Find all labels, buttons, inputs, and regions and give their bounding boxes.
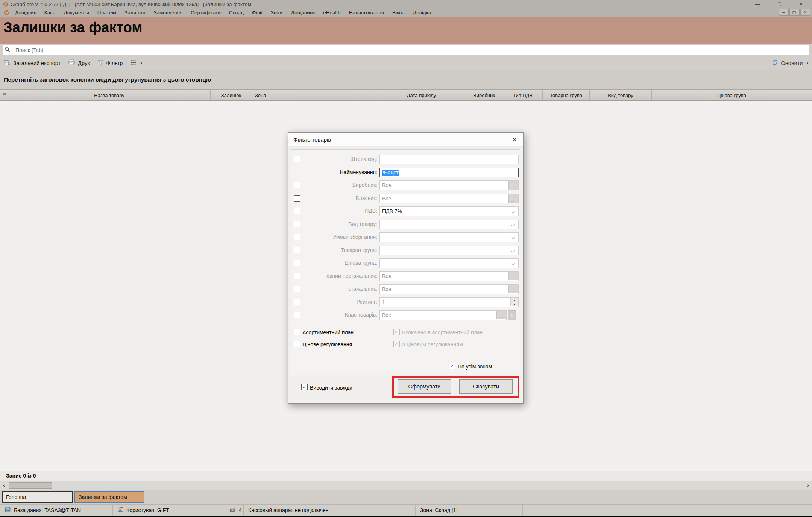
filter-button[interactable]: Фільтр: [94, 58, 127, 68]
columns-menu-button[interactable]: ▾: [126, 58, 146, 68]
export-button[interactable]: Загальний експорт: [0, 58, 64, 68]
refresh-chevron-down-icon: ▾: [806, 61, 808, 65]
tabs-bar: Головна Залишки за фактом: [0, 490, 812, 504]
column-header-zalyshok[interactable]: Залишок: [211, 90, 252, 100]
storage-label: Умови зберігання:: [299, 234, 377, 240]
menu-item-vikna[interactable]: Вікна: [388, 8, 409, 17]
menu-item-ehealth[interactable]: eHealth: [319, 8, 345, 17]
menu-item-dovidnyk[interactable]: Довідник: [11, 8, 40, 17]
menu-item-dovidka[interactable]: Довідка: [409, 8, 436, 17]
dialog-title-bar: Фільтр товарів ×: [288, 133, 523, 147]
devices-icon: [229, 507, 236, 514]
mdi-restore-button[interactable]: [789, 9, 800, 16]
generate-button[interactable]: Сформувати: [398, 379, 451, 394]
rating-up-arrow[interactable]: ▲: [510, 298, 518, 302]
close-button[interactable]: ×: [790, 0, 812, 8]
refresh-button[interactable]: Оновити ▾: [771, 59, 812, 67]
scrollbar-thumb[interactable]: [9, 482, 52, 489]
menu-bar: ДовідникКасаДокументиПлатежіЗалишкиЗамов…: [0, 8, 812, 17]
menu-item-platezhi[interactable]: Платежі: [93, 8, 120, 17]
product-kind-combo[interactable]: [379, 220, 519, 229]
mdi-minimize-button[interactable]: –: [779, 9, 789, 16]
menu-item-zalyshky[interactable]: Залишки: [120, 8, 149, 17]
all-zones-checkbox[interactable]: [449, 363, 455, 369]
product-class-clear-button[interactable]: X: [508, 310, 516, 320]
menu-item-zamovlennia[interactable]: Замовлення: [149, 8, 187, 17]
manufacturer-lookup[interactable]: Все …: [379, 180, 519, 190]
menu-item-kasa[interactable]: Каса: [40, 8, 60, 17]
supplier-browse-button[interactable]: …: [508, 285, 518, 293]
product-group-label: Товарна група:: [299, 247, 377, 253]
column-header-vyd-tovaru[interactable]: Вид товару: [590, 90, 652, 100]
scroll-right-arrow[interactable]: ›: [804, 481, 811, 490]
mdi-close-button[interactable]: ×: [800, 9, 810, 16]
menu-item-zvity[interactable]: Звіти: [267, 8, 287, 17]
print-button[interactable]: Друк: [64, 58, 93, 68]
product-group-combo[interactable]: [379, 246, 519, 255]
owner-lookup[interactable]: Все …: [379, 194, 519, 203]
always-show-checkbox[interactable]: [301, 384, 308, 390]
tab-home[interactable]: Головна: [2, 491, 73, 503]
column-header-nazva-tovaru[interactable]: Назва товару: [8, 90, 211, 100]
refresh-icon: [771, 59, 779, 67]
with-price-regulation-label: З ціновим регулюванням: [402, 341, 463, 347]
minimize-button[interactable]: [747, 0, 768, 8]
menu-item-filii[interactable]: Філії: [248, 8, 267, 17]
column-header-zona[interactable]: Зона: [252, 90, 378, 100]
rating-down-arrow[interactable]: ▼: [510, 302, 518, 306]
dialog-close-icon[interactable]: ×: [506, 133, 523, 146]
scroll-left-arrow[interactable]: ‹: [1, 481, 8, 490]
main-supplier-browse-button[interactable]: …: [508, 272, 518, 280]
filter-funnel-icon: [97, 59, 104, 67]
storage-combo[interactable]: [379, 232, 519, 242]
barcode-input[interactable]: [379, 155, 519, 164]
menu-item-sertyfikaty[interactable]: Сертифікати: [187, 8, 225, 17]
menu-item-dokumenty[interactable]: Документи: [59, 8, 93, 17]
window-title: Скарб pro v. 4.0.2.77 [ІД: | - [Апт №003…: [11, 2, 253, 7]
print-icon: [68, 59, 75, 67]
column-header-tsinova-hrupa[interactable]: Цінова група: [652, 90, 812, 100]
supplier-label: стачальник:: [299, 286, 377, 292]
menu-item-nalashtuvannia[interactable]: Налаштування: [345, 8, 388, 17]
chevron-down-icon: ▾: [140, 61, 142, 65]
name-input-selection: %ацет: [382, 170, 399, 176]
name-input[interactable]: %ацет: [379, 168, 519, 177]
price-group-chevron-down-icon: [510, 261, 515, 265]
search-input[interactable]: [3, 45, 809, 55]
included-plan-label: Включено в асортиментний план: [402, 329, 483, 335]
tab-stock-by-fact[interactable]: Залишки за фактом: [74, 491, 144, 503]
restore-button[interactable]: [768, 0, 790, 8]
all-zones-label: По усім зонам: [458, 364, 492, 370]
vat-combo[interactable]: ПДВ 7%: [379, 206, 519, 216]
supplier-lookup[interactable]: Все …: [379, 284, 519, 294]
zone-label: Зона: Склад [1]: [420, 507, 458, 513]
assortment-plan-checkbox[interactable]: [294, 329, 300, 335]
user-label: Користувач: GIFT: [126, 507, 169, 513]
product-class-browse-button[interactable]: …: [496, 311, 506, 319]
export-icon: [4, 59, 11, 67]
rating-spinner[interactable]: 1 ▲▼: [379, 297, 519, 307]
column-header-data-prykhidu[interactable]: Дата прихіду: [378, 90, 465, 100]
cash-status-label: Кассовый аппарат не подключен: [248, 507, 329, 513]
column-header-vyrobnyk[interactable]: Виробник: [465, 90, 503, 100]
main-supplier-lookup[interactable]: Все …: [379, 271, 519, 281]
toolbar: Загальний експорт Друк Фільтр ▾ Оновити: [0, 56, 812, 70]
manufacturer-browse-button[interactable]: …: [508, 181, 518, 190]
owner-label: Власник:: [299, 195, 377, 201]
manufacturer-label: Виробник:: [299, 182, 377, 188]
column-header-typ-pdv[interactable]: Тип ПДВ: [503, 90, 543, 100]
price-group-combo[interactable]: [379, 258, 519, 268]
barcode-label: Штрих код:: [299, 156, 377, 162]
price-regulation-checkbox[interactable]: [294, 341, 300, 347]
row-indicator-column: [0, 90, 8, 100]
devices-count: 4: [239, 507, 242, 513]
title-bar: Скарб pro v. 4.0.2.77 [ІД: | - [Апт №003…: [0, 0, 812, 8]
database-icon: [5, 506, 11, 514]
product-class-lookup[interactable]: Все …: [379, 310, 507, 320]
column-header-tovarna-hrupa[interactable]: Товарна група: [543, 90, 590, 100]
owner-browse-button[interactable]: …: [508, 194, 518, 203]
menu-item-sklad[interactable]: Склад: [225, 8, 248, 17]
horizontal-scrollbar[interactable]: ‹ ›: [0, 481, 812, 490]
menu-item-dovidnyky[interactable]: Довідники: [287, 8, 319, 17]
cancel-button[interactable]: Скасувати: [459, 379, 513, 394]
